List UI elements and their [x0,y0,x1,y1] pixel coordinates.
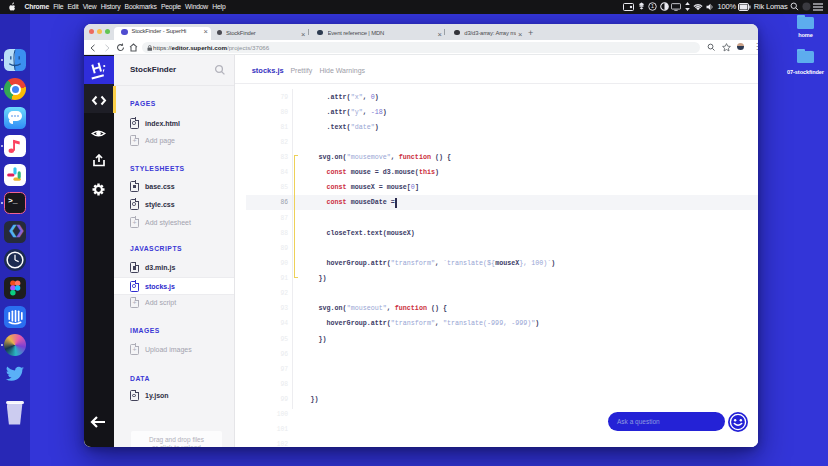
svg-text:1: 1 [652,4,655,10]
